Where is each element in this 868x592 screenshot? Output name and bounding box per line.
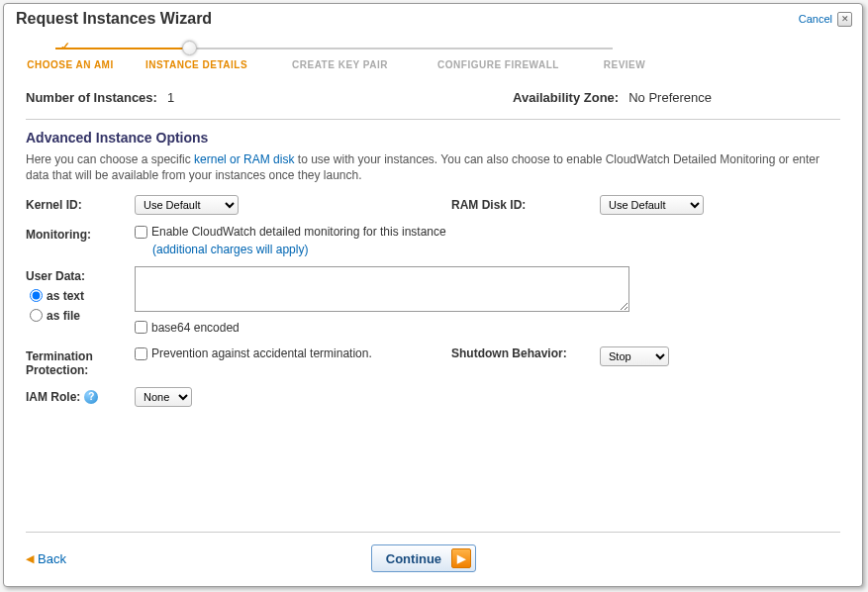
base64-text: base64 encoded — [151, 321, 240, 335]
termination-checkbox[interactable] — [135, 347, 147, 360]
wizard-steps: ✓ CHOOSE AN AMI INSTANCE DETAILS CREATE … — [4, 38, 862, 70]
user-data-as-text-radio[interactable]: as text — [30, 289, 135, 303]
monitoring-charges-link[interactable]: (additional charges will apply) — [152, 243, 768, 256]
title-bar: Request Instances Wizard Cancel ✕ — [4, 4, 862, 32]
shutdown-behavior-select[interactable]: Stop — [600, 346, 669, 366]
ram-disk-id-select[interactable]: Use Default — [600, 195, 704, 215]
content-area: Number of Instances: 1 Availability Zone… — [4, 70, 862, 407]
chevron-left-icon: ◀ — [26, 552, 34, 565]
as-file-radio[interactable] — [30, 309, 43, 322]
steps-bar: ✓ — [16, 38, 850, 57]
checkmark-icon: ✓ — [60, 40, 70, 53]
monitoring-checkbox-label[interactable]: Enable CloudWatch detailed monitoring fo… — [135, 225, 446, 239]
footer-divider — [26, 532, 840, 533]
step-instance-details[interactable]: INSTANCE DETAILS — [125, 59, 268, 70]
user-data-label: User Data: as text as file — [26, 266, 135, 329]
step-create-key-pair: CREATE KEY PAIR — [268, 59, 412, 70]
steps-progress — [55, 48, 194, 49]
step-configure-firewall: CONFIGURE FIREWALL — [412, 59, 585, 70]
shutdown-behavior-label: Shutdown Behavior: — [451, 346, 600, 360]
monitoring-label: Monitoring: — [26, 225, 135, 242]
continue-label: Continue — [386, 551, 441, 566]
dialog-title: Request Instances Wizard — [16, 10, 212, 28]
ram-disk-id-label: RAM Disk ID: — [451, 195, 600, 212]
close-icon[interactable]: ✕ — [837, 12, 852, 27]
user-data-as-file-radio[interactable]: as file — [30, 309, 135, 323]
num-instances-value: 1 — [167, 90, 174, 105]
cancel-area: Cancel ✕ — [799, 12, 852, 27]
form-grid: Kernel ID: Use Default RAM Disk ID: Use … — [26, 195, 840, 407]
cancel-link[interactable]: Cancel — [799, 13, 832, 25]
step-review: REVIEW — [585, 59, 664, 70]
continue-button[interactable]: Continue ▶ — [371, 544, 476, 572]
base64-checkbox-label[interactable]: base64 encoded — [135, 321, 240, 335]
step-current-dot — [182, 41, 197, 55]
monitoring-check-text: Enable CloudWatch detailed monitoring fo… — [151, 225, 446, 239]
kernel-id-label: Kernel ID: — [26, 195, 135, 212]
desc-prefix: Here you can choose a specific — [26, 152, 194, 166]
availability-zone-label: Availability Zone: — [513, 90, 619, 105]
back-label: Back — [38, 551, 66, 566]
user-data-textarea[interactable] — [135, 266, 629, 312]
iam-role-label: IAM Role: ? — [26, 387, 135, 404]
help-icon[interactable]: ? — [84, 390, 98, 404]
footer: ◀ Back Continue ▶ — [4, 520, 862, 586]
divider — [26, 119, 840, 120]
back-button[interactable]: ◀ Back — [26, 551, 66, 566]
summary-row: Number of Instances: 1 Availability Zone… — [26, 80, 840, 119]
kernel-ram-link[interactable]: kernel or RAM disk — [194, 152, 294, 166]
wizard-dialog: Request Instances Wizard Cancel ✕ ✓ CHOO… — [3, 3, 863, 587]
section-description: Here you can choose a specific kernel or… — [26, 151, 840, 183]
step-choose-ami[interactable]: CHOOSE AN AMI — [16, 59, 125, 70]
availability-zone-value: No Preference — [628, 90, 712, 105]
termination-checkbox-label[interactable]: Prevention against accidental terminatio… — [135, 346, 372, 360]
termination-protection-label: Termination Protection: — [26, 346, 135, 377]
steps-labels: CHOOSE AN AMI INSTANCE DETAILS CREATE KE… — [16, 57, 850, 70]
monitoring-checkbox[interactable] — [135, 226, 147, 239]
as-text-radio[interactable] — [30, 289, 43, 302]
section-title: Advanced Instance Options — [26, 130, 840, 146]
num-instances-label: Number of Instances: — [26, 90, 157, 105]
kernel-id-select[interactable]: Use Default — [135, 195, 239, 215]
iam-role-select[interactable]: None — [135, 387, 192, 407]
base64-checkbox[interactable] — [135, 321, 147, 334]
termination-text: Prevention against accidental terminatio… — [151, 346, 372, 360]
arrow-right-icon: ▶ — [451, 548, 471, 568]
